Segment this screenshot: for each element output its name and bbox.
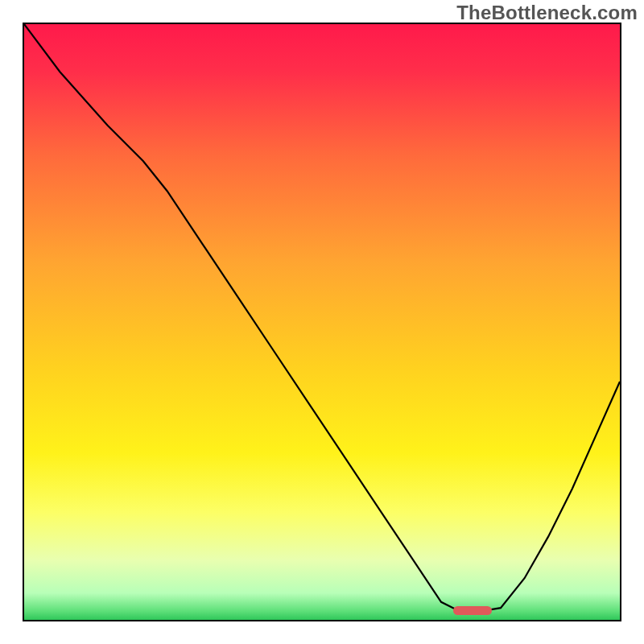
optimal-range-marker [453,606,492,615]
bottleneck-curve [24,24,620,611]
watermark-text: TheBottleneck.com [456,2,638,24]
curve-layer [24,24,620,620]
plot-area [23,23,621,621]
chart-stage: TheBottleneck.com [0,0,644,644]
